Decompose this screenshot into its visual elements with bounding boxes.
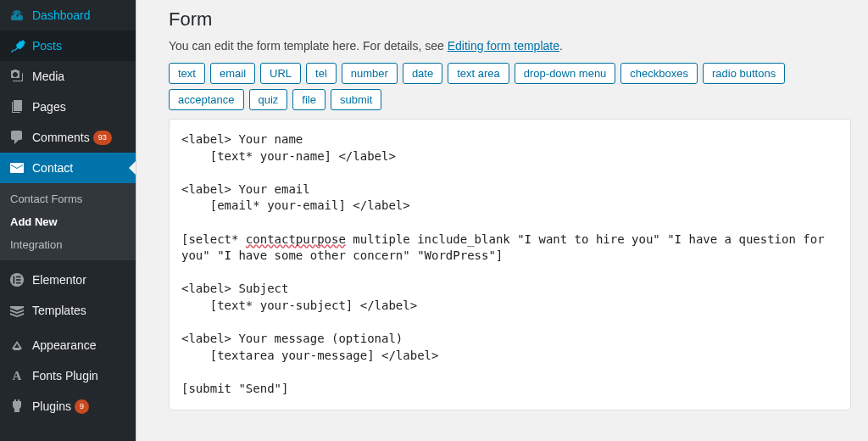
dashboard-icon: [8, 7, 25, 24]
sidebar-item-plugins[interactable]: Plugins 9: [0, 391, 136, 421]
sidebar-item-label: Comments: [32, 131, 90, 144]
submenu-contact-forms[interactable]: Contact Forms: [0, 187, 136, 210]
fonts-icon: A: [8, 367, 25, 384]
tag-file-button[interactable]: file: [292, 89, 326, 110]
svg-rect-2: [16, 276, 20, 278]
description-suffix: .: [559, 39, 563, 53]
tag-generator-row: text email URL tel number date text area…: [169, 63, 851, 110]
sidebar-item-label: Posts: [32, 39, 62, 53]
sidebar-item-label: Media: [32, 70, 64, 83]
sidebar-item-label: Appearance: [32, 338, 97, 352]
comments-badge: 93: [93, 131, 112, 145]
tag-acceptance-button[interactable]: acceptance: [169, 89, 244, 110]
pushpin-icon: [8, 37, 25, 54]
sidebar-item-contact[interactable]: Contact: [0, 153, 136, 183]
tag-radio-button[interactable]: radio buttons: [703, 63, 785, 84]
submenu-add-new[interactable]: Add New: [0, 210, 136, 233]
svg-rect-4: [16, 282, 20, 284]
sidebar-item-label: Dashboard: [32, 8, 91, 22]
sidebar-item-label: Elementor: [32, 273, 86, 287]
editing-template-link[interactable]: Editing form template: [448, 39, 559, 53]
tag-tel-button[interactable]: tel: [306, 63, 337, 84]
sidebar-item-media[interactable]: Media: [0, 61, 136, 92]
templates-icon: [8, 302, 25, 319]
submenu-integration[interactable]: Integration: [0, 233, 136, 256]
tag-submit-button[interactable]: submit: [331, 89, 381, 110]
sidebar-item-comments[interactable]: Comments 93: [0, 122, 136, 153]
sidebar-item-elementor[interactable]: Elementor: [0, 265, 136, 295]
tag-textarea-button[interactable]: text area: [448, 63, 509, 84]
panel-title: Form: [169, 8, 851, 31]
tag-date-button[interactable]: date: [403, 63, 442, 84]
tag-checkboxes-button[interactable]: checkboxes: [620, 63, 698, 84]
sidebar-item-fonts-plugin[interactable]: A Fonts Plugin: [0, 360, 136, 391]
sidebar-item-appearance[interactable]: Appearance: [0, 330, 136, 360]
panel-description: You can edit the form template here. For…: [169, 39, 851, 53]
main-content: Form You can edit the form template here…: [136, 0, 868, 441]
form-template-editor[interactable]: <label> Your name [text* your-name] </la…: [169, 119, 851, 410]
elementor-icon: [8, 271, 25, 288]
contact-submenu: Contact Forms Add New Integration: [0, 183, 136, 260]
comment-icon: [8, 129, 25, 146]
media-icon: [8, 68, 25, 85]
tag-dropdown-button[interactable]: drop-down menu: [515, 63, 616, 84]
appearance-icon: [8, 337, 25, 354]
spell-error: contactpurpose: [246, 232, 346, 246]
sidebar-item-dashboard[interactable]: Dashboard: [0, 0, 136, 31]
plugins-icon: [8, 398, 25, 415]
tag-text-button[interactable]: text: [169, 63, 205, 84]
sidebar-item-posts[interactable]: Posts: [0, 31, 136, 61]
sidebar-item-templates[interactable]: Templates: [0, 295, 136, 326]
sidebar-item-label: Pages: [32, 100, 66, 114]
tag-email-button[interactable]: email: [210, 63, 255, 84]
admin-sidebar: Dashboard Posts Media Pages Comments 93 …: [0, 0, 136, 441]
sidebar-item-pages[interactable]: Pages: [0, 92, 136, 122]
email-icon: [8, 159, 25, 176]
page-icon: [8, 98, 25, 115]
sidebar-item-label: Plugins: [32, 399, 71, 413]
tag-url-button[interactable]: URL: [260, 63, 301, 84]
plugins-badge: 9: [75, 399, 89, 414]
tag-number-button[interactable]: number: [342, 63, 398, 84]
sidebar-item-label: Templates: [32, 304, 86, 317]
svg-rect-1: [14, 276, 15, 284]
description-text: You can edit the form template here. For…: [169, 39, 448, 53]
sidebar-item-label: Fonts Plugin: [32, 369, 98, 382]
tag-quiz-button[interactable]: quiz: [249, 89, 288, 110]
svg-rect-3: [16, 279, 20, 281]
sidebar-item-label: Contact: [32, 161, 73, 175]
